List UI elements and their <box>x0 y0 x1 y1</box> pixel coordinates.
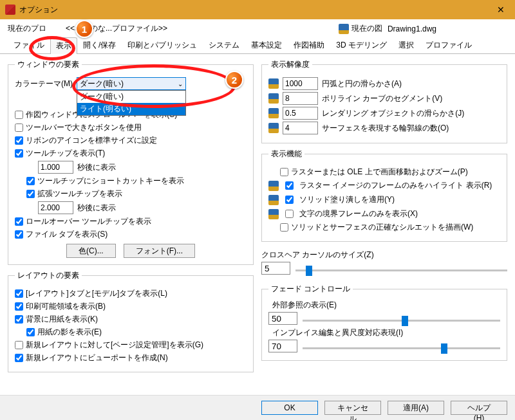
tab-7[interactable]: 3D モデリング <box>330 37 393 53</box>
fade-group: フェード コントロール 外部参照の表示(E) インプレイス編集と異尺度対応表現(… <box>261 284 507 361</box>
fonts-button[interactable]: フォント(F)... <box>124 244 195 258</box>
chk-scrollbar[interactable] <box>15 111 23 119</box>
xref-fade-slider[interactable] <box>303 320 500 322</box>
chk-text-frame-only[interactable] <box>285 210 294 218</box>
cancel-button[interactable]: キャンセル <box>324 401 381 415</box>
drawing-name: Drawing1.dwg <box>388 24 436 33</box>
chk-printable-area-label: 印刷可能領域を表示(B) <box>26 301 106 312</box>
drawing-var-icon <box>268 108 279 118</box>
drawing-var-icon <box>268 93 279 104</box>
chk-tooltip-shortcut-label: ツールチップにショートカットキーを表示 <box>37 176 184 187</box>
current-profile-label: 現在のプロ <box>8 23 46 34</box>
window-title: オプション <box>19 5 58 15</box>
chk-paper-bg-label: 背景に用紙を表示(K) <box>26 314 98 325</box>
drawing-var-icon <box>268 181 279 191</box>
drawing-var-icon <box>268 209 279 219</box>
surface-contour-label: サーフェスを表現する輪郭線の数(O) <box>322 123 449 134</box>
help-button[interactable]: ヘルプ(H) <box>451 401 507 415</box>
color-theme-selected: ダーク(暗い) <box>80 78 124 89</box>
chk-viewport-new[interactable] <box>15 354 23 362</box>
chk-paper-bg[interactable] <box>15 315 23 324</box>
tab-5[interactable]: 基本設定 <box>245 37 288 53</box>
ok-button[interactable]: OK <box>261 401 318 415</box>
chk-large-buttons[interactable] <box>15 123 23 132</box>
tab-8[interactable]: 選択 <box>393 37 420 53</box>
chk-page-setup-new[interactable] <box>15 341 23 349</box>
arc-smoothness-input[interactable] <box>283 77 318 90</box>
render-smoothness-input[interactable] <box>283 107 318 120</box>
resolution-legend: 表示解像度 <box>268 59 312 70</box>
crosshair-slider-thumb[interactable] <box>306 266 312 276</box>
color-theme-label: カラーテーマ(M) <box>15 78 73 89</box>
chevron-down-icon: ⌄ <box>178 80 183 87</box>
profile-row: 現在のプロ <<名前のな...プロファイル>> 現在の図 Drawing1.dw… <box>0 19 515 37</box>
tab-4[interactable]: システム <box>203 37 245 53</box>
drawing-var-icon <box>268 78 279 89</box>
close-icon: ✕ <box>497 5 505 15</box>
color-theme-dropdown: ダーク(暗い) ライト(明るい) <box>77 90 186 116</box>
chk-ribbon-standard-label: リボンのアイコンを標準サイズに設定 <box>26 135 157 146</box>
tab-6[interactable]: 作図補助 <box>288 37 330 53</box>
app-icon <box>5 5 15 15</box>
color-theme-select[interactable]: ダーク(暗い) ⌄ ダーク(暗い) ライト(明るい) <box>77 77 186 90</box>
crosshair-label: クロスヘア カーソルのサイズ(Z) <box>261 250 507 260</box>
left-column: ウィンドウの要素 カラーテーマ(M) ダーク(暗い) ⌄ ダーク(暗い) ライト… <box>8 59 254 372</box>
inplace-fade-thumb[interactable] <box>441 343 447 354</box>
fade-legend: フェード コントロール <box>268 284 353 295</box>
chk-raster-pan-zoom-label: ラスターまたは OLE 上で画面移動およびズーム(P) <box>291 167 468 178</box>
chk-ribbon-standard[interactable] <box>15 136 23 145</box>
inplace-fade-slider[interactable] <box>303 347 500 349</box>
chk-tooltip-shortcut[interactable] <box>26 177 35 185</box>
chk-ext-tooltip-label: 拡張ツールチップを表示 <box>37 188 122 199</box>
tab-3[interactable]: 印刷とパブリッシュ <box>122 37 203 53</box>
chk-rollover-tooltip[interactable] <box>15 217 23 226</box>
window-elements-group: ウィンドウの要素 カラーテーマ(M) ダーク(暗い) ⌄ ダーク(暗い) ライト… <box>8 59 254 265</box>
chk-solid-fill[interactable] <box>285 196 294 204</box>
chk-silhouette-label: ソリッドとサーフェスの正確なシルエットを描画(W) <box>291 222 473 233</box>
chk-raster-pan-zoom[interactable] <box>280 168 288 176</box>
chk-paper-shadow-label: 用紙の影を表示(E) <box>37 327 102 338</box>
inplace-fade-label: インプレイス編集と異尺度対応表現(I) <box>272 327 500 338</box>
chk-layout-model-tabs[interactable] <box>15 289 23 298</box>
chk-tooltips-label: ツールチップを表示(T) <box>26 148 105 159</box>
crosshair-slider[interactable] <box>295 269 507 271</box>
chk-raster-frame-only-label: ラスター イメージのフレームのみをハイライト 表示(R) <box>299 180 492 191</box>
chk-rollover-tooltip-label: ロールオーバー ツールチップを表示 <box>26 216 151 227</box>
tab-1[interactable]: 表示 <box>50 37 77 54</box>
colors-button[interactable]: 色(C)... <box>66 244 116 258</box>
pline-segments-input[interactable] <box>283 92 318 105</box>
xref-fade-input[interactable] <box>268 312 297 325</box>
apply-button[interactable]: 適用(A) <box>388 401 444 415</box>
render-smoothness-label: レンダリング オブジェクトの滑らかさ(J) <box>322 108 464 119</box>
ext-tooltip-delay-input[interactable] <box>38 201 73 214</box>
chk-silhouette[interactable] <box>280 223 288 232</box>
tooltip-delay-input[interactable] <box>38 161 73 174</box>
chk-file-tabs-label: ファイル タブを表示(S) <box>26 229 108 240</box>
chk-printable-area[interactable] <box>15 302 23 311</box>
chk-page-setup-new-label: 新規レイアウトに対して[ページ設定管理]を表示(G) <box>26 340 203 351</box>
chk-raster-frame-only[interactable] <box>285 181 294 190</box>
chk-file-tabs[interactable] <box>15 230 23 239</box>
tab-0[interactable]: ファイル <box>8 37 50 53</box>
tab-9[interactable]: プロファイル <box>420 37 478 53</box>
chk-paper-shadow[interactable] <box>26 328 35 336</box>
footer-bar: OK キャンセル 適用(A) ヘルプ(H) <box>0 395 515 420</box>
arc-smoothness-label: 円弧と円の滑らかさ(A) <box>322 78 402 89</box>
theme-option-dark[interactable]: ダーク(暗い) <box>77 91 185 103</box>
layout-elements-group: レイアウトの要素 [レイアウト]タブと[モデル]タブを表示(L) 印刷可能領域を… <box>8 270 254 372</box>
inplace-fade-input[interactable] <box>268 340 297 352</box>
theme-option-light[interactable]: ライト(明るい) <box>77 103 185 115</box>
xref-fade-thumb[interactable] <box>402 316 408 326</box>
chk-ext-tooltip[interactable] <box>26 190 35 198</box>
surface-contour-input[interactable] <box>283 122 318 134</box>
content: ウィンドウの要素 カラーテーマ(M) ダーク(暗い) ⌄ ダーク(暗い) ライト… <box>0 54 515 378</box>
resolution-group: 表示解像度 円弧と円の滑らかさ(A) ポリライン カーブのセグメント(V) レン… <box>261 59 507 143</box>
close-button[interactable]: ✕ <box>486 0 515 19</box>
pline-segments-label: ポリライン カーブのセグメント(V) <box>322 93 442 104</box>
chk-tooltips[interactable] <box>15 149 23 158</box>
chk-viewport-new-label: 新規レイアウトにビューポートを作成(N) <box>26 352 168 363</box>
tooltip-delay-suffix: 秒後に表示 <box>77 162 116 173</box>
drawing-var-icon <box>268 123 279 133</box>
tab-2[interactable]: 開く/保存 <box>77 37 122 53</box>
crosshair-value-input[interactable] <box>261 262 290 275</box>
